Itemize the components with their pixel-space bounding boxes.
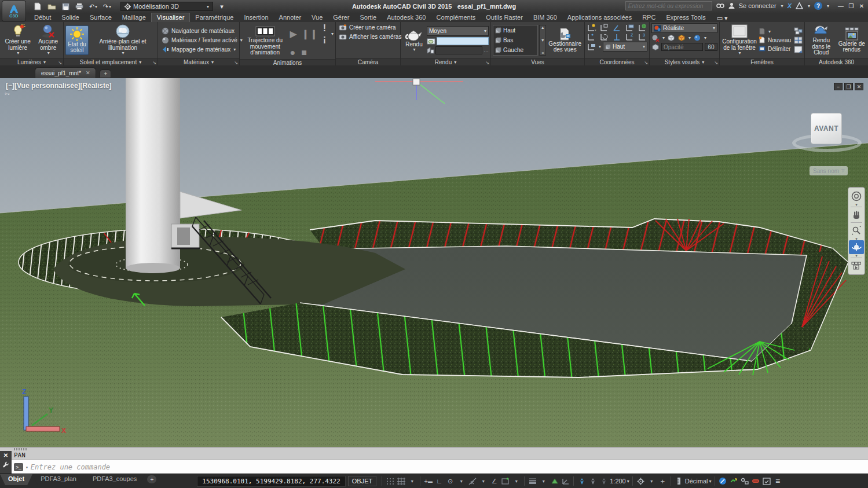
panel-title-soleil[interactable]: Soleil et emplacement▾ ↘ [64,58,158,65]
show-cameras-button[interactable]: Afficher les caméras [339,34,401,40]
units-button[interactable]: Décimal▾ [685,478,712,485]
sphere-style-caret[interactable]: ▾ [704,35,706,41]
tab-complements[interactable]: Compléments [431,13,481,22]
ucs-view-icon[interactable] [638,23,647,32]
document-tab[interactable]: essai_pf1_mnt* ✕ [35,67,96,78]
create-camera-button[interactable]: Créer une caméra [339,24,396,31]
tab-bim360[interactable]: BIM 360 [528,13,562,22]
materiaux-dialog-launcher[interactable]: ↘ [234,60,238,65]
undo-dropdown-caret[interactable]: ▾ [95,4,97,9]
rendu-dialog-launcher[interactable]: ↘ [485,60,489,65]
plot-button[interactable] [74,2,85,11]
walk-mode-button[interactable]: !¡ [323,23,326,44]
cloud-render-button[interactable]: Rendu dans le Cloud [807,23,836,57]
object-snap-icon[interactable] [467,476,477,486]
material-mapping-button[interactable]: Mappage de matériaux ▾ [162,46,236,53]
model-space-button[interactable]: OBJET [348,476,376,486]
a360-icon[interactable] [796,2,803,9]
named-ucs-select[interactable]: Haut ▾ [603,42,647,52]
layout-tab-objet[interactable]: Objet [0,474,32,485]
viewport-clip-button[interactable]: Délimiter [759,45,790,52]
search-input[interactable] [625,1,712,10]
viewport-single-icon[interactable] [794,46,803,53]
ucs-face-icon[interactable] [625,23,635,32]
viewport-join-icon[interactable] [794,27,803,35]
snap-mode-icon[interactable]: +▬ [423,476,433,486]
scroll-expand[interactable]: ≡ [541,51,544,55]
lumieres-dialog-launcher[interactable]: ↘ [58,60,62,65]
redo-dropdown-caret[interactable]: ▾ [109,4,111,9]
viewcube[interactable]: AVANT [811,113,842,144]
viewport-close-button[interactable]: ✕ [855,83,863,90]
styles-dialog-launcher[interactable]: ↘ [714,60,718,65]
tab-outils-raster[interactable]: Outils Raster [481,13,528,22]
zoom-tool-icon[interactable] [849,223,864,237]
shadow-style-caret[interactable]: ▾ [662,35,665,41]
panel-title-styles[interactable]: Styles visuels▾ ↘ [650,58,719,65]
tab-express-tools[interactable]: Express Tools [661,13,710,22]
coordinates-readout[interactable]: 1530968.0101, 5199429.8182, 277.4322 [197,476,345,487]
blue-sphere-icon[interactable] [693,34,701,42]
ucs-z-icon[interactable]: Z [625,32,635,41]
application-menu-button[interactable]: C3D [2,1,26,21]
showmotion-icon[interactable] [849,259,864,273]
opacity-value-field[interactable]: 60 [705,43,717,51]
material-browser-button[interactable]: Navigateur de matériaux [162,27,235,35]
ucs-rotate-icon[interactable] [599,32,609,41]
view-item-haut[interactable]: Haut [493,25,537,35]
layout-tab-pdfa3-coupes[interactable]: PDFA3_coupes [85,474,145,485]
hardware-acceleration-icon[interactable] [751,476,761,486]
orbit-tool-icon[interactable] [849,240,864,254]
workspace-gear-icon[interactable] [636,476,646,486]
quick-properties-icon[interactable] [718,476,728,486]
gear-caret[interactable]: ▾ [647,476,657,486]
shadow-mode-button[interactable]: Aucune ombre ▾ [35,23,61,56]
render-caret[interactable]: ▾ [413,47,415,52]
panel-title-a360[interactable]: Autodesk 360 [805,58,868,65]
redo-button[interactable]: ↷▾ [102,2,112,11]
sign-in-button[interactable]: Se connecter [739,2,777,9]
new-file-button[interactable] [32,2,43,11]
play-animation-button[interactable]: ▶ [290,28,297,39]
osnap-3d-icon[interactable]: ∠ [489,476,499,486]
help-caret[interactable]: ▾ [827,3,829,9]
command-drag-grip[interactable] [14,448,27,450]
views-listbox[interactable]: Haut Bas Gauche [493,25,538,56]
render-quality-select[interactable]: Moyen ▾ [427,26,489,36]
pause-animation-button[interactable]: ❙❙ [302,28,318,39]
views-scrollbar[interactable]: ▲ ▼ ≡ [539,25,546,56]
texture-style-caret[interactable]: ▾ [688,35,691,41]
material-mapping-caret[interactable]: ▾ [233,47,236,52]
grid-snap-icon[interactable] [385,476,395,486]
graphics-performance-icon[interactable] [740,476,750,486]
panel-title-coordonnees[interactable]: Coordonnées ↘ [585,58,649,65]
new-drawing-tab-button[interactable]: + [100,69,111,78]
scroll-down-arrow[interactable]: ▼ [541,38,545,42]
a360-caret[interactable]: ▾ [808,3,810,9]
create-light-button[interactable]: Créer une lumière ▾ [2,23,34,56]
minimize-button[interactable]: — [837,3,845,9]
sky-background-button[interactable]: Arrière-plan ciel et illumination ▾ [90,23,156,56]
sun-status-toggle[interactable]: Etat du soleil [65,25,89,55]
ucs-world-icon[interactable]: ▾ [587,23,596,32]
viewport-new-button[interactable]: Nouveau [759,36,791,43]
new-layout-button[interactable]: + [147,475,156,483]
customization-menu-icon[interactable]: ≡ [773,476,783,486]
annotation-autoscale-icon[interactable] [588,476,598,486]
viewport-view-control[interactable]: [Vue personnalisée] [14,82,80,90]
tab-surface[interactable]: Surface [85,13,117,22]
panel-title-materiaux[interactable]: Matériaux▾ ↘ [158,58,239,65]
panel-title-rendu[interactable]: Rendu▾ ↘ [401,58,490,65]
annotation-monitor-icon[interactable]: + [658,476,668,486]
steering-wheel-icon[interactable] [849,189,864,203]
lineweight-icon[interactable] [528,476,537,486]
panel-title-fenetres[interactable]: Fenêtres [720,58,804,65]
coordonnees-dialog-launcher[interactable]: ↘ [644,60,648,65]
tab-autodesk360[interactable]: Autodesk 360 [382,13,431,22]
annotation-visibility-icon[interactable] [577,476,587,486]
layout-tab-pdfa3-plan[interactable]: PDFA3_plan [32,474,85,485]
viewport-named-caret[interactable]: ▾ [768,29,771,34]
viewport-style-control[interactable]: [Réaliste] [80,82,112,90]
grid-display-icon[interactable] [396,476,406,486]
panel-title-lumieres[interactable]: Lumières▾ ↘ [0,58,63,65]
